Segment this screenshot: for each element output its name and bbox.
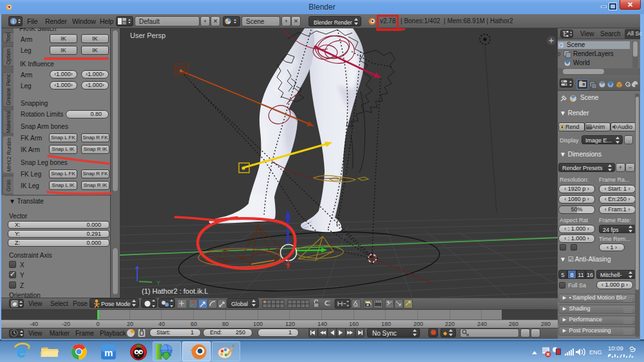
svg-text:(1) Hathor2 : foot.ik.L: (1) Hathor2 : foot.ik.L: [142, 287, 208, 295]
svg-text:Y: Y: [156, 280, 160, 286]
svg-text:10:09: 10:09: [608, 345, 623, 352]
svg-text:m: m: [104, 347, 113, 358]
svg-text:ENG: ENG: [589, 349, 602, 356]
svg-text:User Persp: User Persp: [130, 32, 166, 39]
